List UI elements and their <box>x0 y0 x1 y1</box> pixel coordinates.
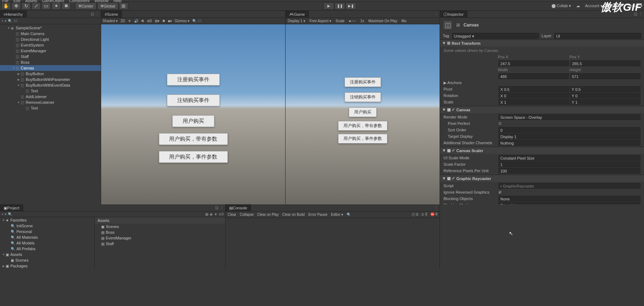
hierarchy-item[interactable]: ◫AddListener <box>0 94 101 99</box>
asset-item[interactable]: ▤Boss <box>95 229 225 235</box>
hierarchy-item[interactable]: ▼◫Canvas <box>0 65 101 71</box>
scene-ui-button[interactable]: 用户购买，事件参数 <box>159 151 228 163</box>
scene-menu-icon[interactable]: ⋮ <box>280 12 284 16</box>
camera-icon[interactable]: ■▾ <box>168 19 172 23</box>
scale-slider[interactable]: ●── <box>349 19 356 23</box>
scenes-folder[interactable]: ▣Scenes <box>0 257 94 263</box>
sort-order-field[interactable]: 0 <box>499 127 640 133</box>
project-tab[interactable]: ▣ Project <box>0 204 23 212</box>
step-button[interactable]: ▶❚ <box>346 3 356 10</box>
canvas-scaler-header[interactable]: ▼ ▦ ✓ Canvas Scaler <box>440 147 644 154</box>
editor-dropdown[interactable]: Editor ▾ <box>331 213 343 217</box>
hierarchy-menu-icon[interactable]: ⋮ <box>95 12 99 16</box>
pivot-x-field[interactable]: X 0.5 <box>499 86 569 92</box>
favorites-folder[interactable]: ▼★Favorites <box>0 217 94 223</box>
grid-icon[interactable]: ⊞▾ <box>155 19 159 23</box>
project-add-icon[interactable]: + ▾ <box>1 212 6 216</box>
scale-x-field[interactable]: X 1 <box>499 99 569 105</box>
ref-pixels-field[interactable]: 100 <box>499 168 640 174</box>
hierarchy-item[interactable]: ◫EventManager <box>0 48 101 54</box>
fx-icon[interactable]: ❋ <box>141 19 144 23</box>
gameobject-icon[interactable]: ◫ <box>443 20 453 30</box>
rect-tool-icon[interactable]: ▭ <box>41 3 51 10</box>
game-ui-button[interactable]: 注销购买事件 <box>345 92 381 102</box>
audio-icon[interactable]: 🔊 <box>134 19 138 23</box>
rot-y-field[interactable]: Y 0 <box>570 93 641 98</box>
scale-y-field[interactable]: Y 1 <box>570 99 641 105</box>
posy-field[interactable]: 285.5 <box>570 60 641 66</box>
pivot-center-toggle[interactable]: ⊕ Center <box>75 3 96 10</box>
assets-folder[interactable]: ▼▣Assets <box>0 252 94 257</box>
project-filter-icon[interactable]: ▦ <box>205 212 208 216</box>
pause-button[interactable]: ❚❚ <box>335 3 345 10</box>
gameobject-name[interactable]: Canvas <box>464 23 479 28</box>
inspector-menu-icon[interactable]: ⋮ <box>639 12 643 16</box>
game-ui-button[interactable]: 注册购买事件 <box>345 77 381 87</box>
hierarchy-item[interactable]: ◫Text <box>0 105 101 111</box>
posx-field[interactable]: 247.5 <box>499 60 569 66</box>
clear-on-play-toggle[interactable]: Clear on Play <box>257 213 279 217</box>
aspect-dropdown[interactable]: Free Aspect ▾ <box>309 19 331 23</box>
clear-on-build-toggle[interactable]: Clear on Build <box>282 213 305 217</box>
hand-tool-icon[interactable]: ✋ <box>1 3 11 10</box>
info-count[interactable]: ⓘ 0 <box>412 212 418 217</box>
favorite-item[interactable]: 🔍All Models <box>0 240 94 246</box>
rect-transform-header[interactable]: ▼ ⊞ Rect Transform <box>440 39 644 47</box>
favorite-item[interactable]: 🔍Personal <box>0 229 94 234</box>
hidden-icon[interactable]: ⊘0 <box>147 19 152 23</box>
project-menu-icon[interactable]: ⋮ <box>220 205 224 210</box>
hierarchy-item[interactable]: ◫Main Camera <box>0 31 101 37</box>
hierarchy-tab[interactable]: ≡ Hierarchy <box>0 11 27 18</box>
scene-tab[interactable]: # Scene <box>101 11 122 18</box>
layer-dropdown[interactable]: UI <box>554 33 641 39</box>
hierarchy-item[interactable]: ▼◫BuyButtonWithEventData <box>0 82 101 88</box>
console-menu-icon[interactable]: ⋮ <box>434 205 438 210</box>
ignore-reversed-checkbox[interactable]: ✓ <box>498 190 502 194</box>
game-ui-button[interactable]: 用户购买，事件参数 <box>338 134 387 144</box>
pivot-y-field[interactable]: Y 0.5 <box>570 86 641 92</box>
project-hidden-icon[interactable]: ⊘8 <box>219 212 224 216</box>
hierarchy-item[interactable]: ◫EventSystem <box>0 42 101 48</box>
pixel-perfect-checkbox[interactable] <box>498 121 502 126</box>
transform-tool-icon[interactable]: ✦ <box>51 3 61 10</box>
layout-dropdown[interactable]: Layout ▾ <box>628 4 643 8</box>
scale-tool-icon[interactable]: ⤢ <box>31 3 41 10</box>
scene-ui-button[interactable]: 注册购买事件 <box>167 74 220 86</box>
global-local-toggle[interactable]: ⊕ Global <box>97 3 118 10</box>
move-tool-icon[interactable]: ✥ <box>11 3 21 10</box>
custom-tool-icon[interactable]: ✖ <box>61 3 71 10</box>
packages-folder[interactable]: ▶▣Packages <box>0 263 94 269</box>
favorite-item[interactable]: 🔍InitScene <box>0 223 94 229</box>
game-ui-button[interactable]: 用户购买，带有参数 <box>338 121 387 131</box>
asset-item[interactable]: ▤Staff <box>95 241 225 247</box>
project-star-icon[interactable]: ★ <box>214 212 217 216</box>
game-ui-button[interactable]: 用户购买 <box>349 107 377 117</box>
width-field[interactable]: 495 <box>499 73 569 79</box>
error-pause-toggle[interactable]: Error Pause <box>308 213 327 217</box>
scene-ui-button[interactable]: 注销购买事件 <box>167 94 220 106</box>
error-count[interactable]: ⛔ 8 <box>430 212 437 217</box>
shading-dropdown[interactable]: Shaded ▾ <box>103 19 118 23</box>
hierarchy-search[interactable]: All <box>14 19 99 23</box>
hierarchy-item[interactable]: ◫Text <box>0 88 101 94</box>
collab-dropdown[interactable]: ⬤ Collab ▾ <box>551 4 571 8</box>
favorite-item[interactable]: 🔍All Materials <box>0 234 94 240</box>
scene-ui-button[interactable]: 用户购买 <box>172 115 214 127</box>
hierarchy-item[interactable]: ▼◫RemoveListener <box>0 99 101 105</box>
2d-toggle[interactable]: 2D <box>120 19 125 23</box>
console-tab[interactable]: ▤ Console <box>226 204 251 212</box>
scene-ui-button[interactable]: 用户购买，带有参数 <box>159 133 228 145</box>
scene-viewport[interactable]: 注册购买事件注销购买事件用户购买用户购买，带有参数用户购买，事件参数 <box>101 24 285 204</box>
tool-icon[interactable]: ✖ <box>162 19 165 23</box>
inspector-tab[interactable]: ⓘ Inspector <box>440 11 467 18</box>
account-dropdown[interactable]: Account ▾ <box>585 4 603 8</box>
clear-button[interactable]: Clear <box>228 213 236 217</box>
maximize-toggle[interactable]: Maximize On Play <box>368 19 397 23</box>
blocking-objects-dropdown[interactable]: None <box>499 196 640 201</box>
tag-dropdown[interactable]: Untagged ▾ <box>452 33 539 39</box>
asset-item[interactable]: ▣Scenes <box>95 224 225 229</box>
hierarchy-item[interactable]: ▶◫BuyButtonWithParameter <box>0 77 101 82</box>
rotate-tool-icon[interactable]: ↻ <box>21 3 31 10</box>
hierarchy-item[interactable]: ◫Boss <box>0 59 101 65</box>
asset-item[interactable]: ▤EventManager <box>95 235 225 241</box>
